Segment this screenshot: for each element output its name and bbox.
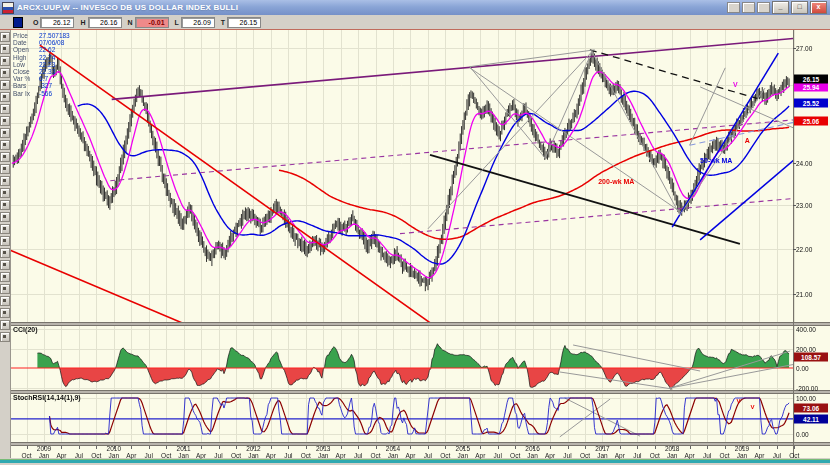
drawing-tool-button-21[interactable]: [0, 272, 10, 282]
drawing-tool-button-9[interactable]: [0, 128, 10, 138]
window-buttons: _ □ x: [725, 1, 830, 14]
drawing-tool-button-18[interactable]: [0, 236, 10, 246]
drawing-tool-button-10[interactable]: [0, 140, 10, 150]
quote-field-label-O: O: [33, 19, 38, 26]
quote-field-value-L: 26.09: [181, 17, 215, 28]
drawing-tool-button-20[interactable]: [0, 260, 10, 270]
drawing-tool-button-25[interactable]: [0, 320, 10, 330]
drawing-tool-button-1[interactable]: [0, 32, 10, 42]
title-bar[interactable]: ARCX:UUP,W -- INVESCO DB US DOLLAR INDEX…: [0, 0, 830, 16]
quote-field-label-N: N: [128, 19, 133, 26]
drawing-tool-button-17[interactable]: [0, 224, 10, 234]
quote-field-value-H: 26.16: [88, 17, 122, 28]
quote-field-value-T: 26.15: [227, 17, 261, 28]
drawing-tool-button-22[interactable]: [0, 284, 10, 294]
window-title: ARCX:UUP,W -- INVESCO DB US DOLLAR INDEX…: [17, 3, 238, 12]
minimize-button[interactable]: _: [772, 1, 789, 14]
quote-symbol-chip[interactable]: [13, 17, 23, 28]
drawing-tool-button-2[interactable]: [0, 44, 10, 54]
drawing-tool-button-15[interactable]: [0, 200, 10, 210]
drawing-tool-button-7[interactable]: [0, 104, 10, 114]
quote-field-label-H: H: [80, 19, 85, 26]
quote-field-label-L: L: [175, 19, 179, 26]
quote-field-value-O: 26.12: [40, 17, 74, 28]
drawing-tool-button-13[interactable]: [0, 176, 10, 186]
drawing-tool-button-8[interactable]: [0, 116, 10, 126]
drawing-tool-button-3[interactable]: [0, 56, 10, 66]
drawing-toolbar: [0, 30, 11, 458]
drawing-tool-button-24[interactable]: [0, 308, 10, 318]
maximize-button[interactable]: □: [791, 1, 808, 14]
app-icon: [2, 2, 14, 14]
drawing-tool-button-19[interactable]: [0, 248, 10, 258]
drawing-tool-button-16[interactable]: [0, 212, 10, 222]
quote-bar: O26.12H26.16N-0.01L26.09T26.15: [0, 15, 830, 29]
titlebar-tool-button-3[interactable]: [757, 2, 770, 13]
chart-canvas[interactable]: [0, 0, 830, 465]
drawing-tool-button-23[interactable]: [0, 296, 10, 306]
titlebar-tool-button-2[interactable]: [742, 2, 755, 13]
drawing-tool-button-11[interactable]: [0, 152, 10, 162]
drawing-tool-button-12[interactable]: [0, 164, 10, 174]
close-button[interactable]: x: [810, 1, 827, 14]
drawing-tool-button-26[interactable]: [0, 332, 10, 342]
chart-top-divider: [0, 29, 830, 30]
app-window: ARCX:UUP,W -- INVESCO DB US DOLLAR INDEX…: [0, 0, 830, 465]
drawing-tool-button-5[interactable]: [0, 80, 10, 90]
quote-field-label-T: T: [221, 19, 225, 26]
drawing-tool-button-14[interactable]: [0, 188, 10, 198]
titlebar-tool-button-1[interactable]: [727, 2, 740, 13]
quote-field-value-N: -0.01: [135, 17, 169, 28]
drawing-tool-button-6[interactable]: [0, 92, 10, 102]
drawing-tool-button-4[interactable]: [0, 68, 10, 78]
